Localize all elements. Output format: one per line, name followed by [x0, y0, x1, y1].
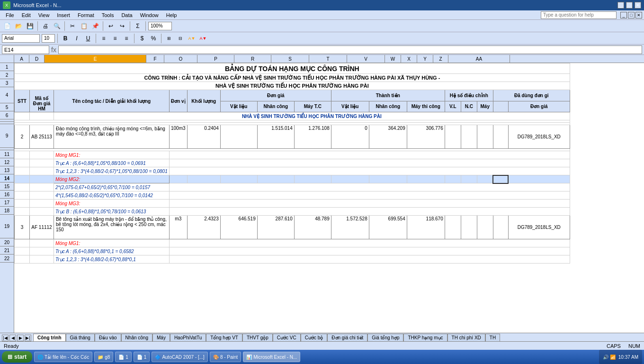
zoom-box[interactable]: 100% — [148, 22, 172, 30]
print-preview-button[interactable]: 🔍 — [52, 21, 62, 31]
row-19[interactable]: 19 — [0, 215, 14, 238]
tab-thchiphixd[interactable]: TH chi phí XD — [447, 334, 485, 341]
tab-thkphangmuc[interactable]: THKP hạng mục — [403, 334, 447, 341]
tab-dauvao[interactable]: Đầu vào — [95, 334, 121, 341]
tab-may[interactable]: Máy — [152, 334, 170, 341]
cell-22-ma[interactable] — [30, 255, 54, 264]
cell-9-heso-vl[interactable] — [445, 125, 461, 149]
row-5[interactable]: 5 — [0, 103, 14, 111]
tab-th[interactable]: TH — [485, 334, 500, 341]
cell-9-thanh-vl[interactable]: 0 — [331, 125, 369, 149]
minimize-button-2[interactable]: _ — [620, 12, 627, 18]
cell-11-ma[interactable] — [30, 151, 54, 159]
cell-18-stt[interactable] — [15, 208, 30, 216]
cell-19-stt[interactable]: 3 — [15, 216, 30, 239]
cell-9-heso-may[interactable] — [477, 125, 493, 149]
cell-19-ma[interactable]: AF 11112 — [30, 216, 54, 239]
align-center-button[interactable]: ≡ — [110, 33, 120, 44]
bold-button[interactable]: B — [60, 33, 71, 44]
cell-19-thanh-may[interactable]: 118.670 — [407, 216, 445, 239]
menu-data[interactable]: Data — [117, 11, 136, 19]
col-y[interactable]: Y — [417, 55, 433, 63]
taskbar-autocad[interactable]: 🔷 AutoCAD 2007 - [...] — [152, 352, 208, 362]
col-v[interactable]: V — [347, 55, 385, 63]
cell-11-stt[interactable] — [15, 151, 30, 159]
row-20[interactable]: 20 — [0, 238, 14, 246]
cell-12-ten[interactable]: Trục A : (6,6+0,88)*1,05*0,88/100 = 0,06… — [54, 159, 169, 167]
cell-14-may[interactable] — [294, 175, 331, 183]
cell-16-stt[interactable] — [15, 191, 30, 200]
taskbar-coccoc[interactable]: 🌐 Tải file lên - Cốc Cốc — [34, 352, 92, 362]
col-d[interactable]: D — [29, 55, 45, 63]
col-s[interactable]: S — [271, 55, 309, 63]
redo-button[interactable]: ↪ — [117, 21, 127, 31]
menu-view[interactable]: View — [35, 11, 54, 19]
cell-subtitle1[interactable]: CÔNG TRÌNH : CẢI TẠO VÀ NÂNG CẤP NHÀ VỆ … — [15, 74, 570, 82]
cell-6-stt[interactable] — [15, 112, 30, 120]
undo-button[interactable]: ↩ — [106, 21, 116, 31]
cell-14-tnc[interactable] — [369, 175, 407, 183]
cell-19-vatlieu[interactable]: 646.519 — [220, 216, 257, 239]
formula-input[interactable] — [58, 46, 642, 54]
copy-button[interactable]: 📋 — [79, 21, 89, 31]
cell-17-ten[interactable]: Móng MG3: — [54, 200, 169, 208]
grid-area[interactable]: BẢNG DỰ TOÁN HẠNG MỤC CÔNG TRÌNH CÔNG TR… — [14, 63, 644, 333]
tab-congtrinh[interactable]: Công trình — [33, 334, 66, 341]
cell-15-stt[interactable] — [15, 183, 30, 191]
row-18[interactable]: 18 — [0, 207, 14, 215]
cell-19-nhancong[interactable]: 287.610 — [257, 216, 294, 239]
cell-12-ma[interactable] — [30, 159, 54, 167]
cell-14-tvl[interactable] — [331, 175, 369, 183]
col-x[interactable]: X — [401, 55, 417, 63]
tab-thvtgop[interactable]: THVT gộp — [242, 334, 273, 341]
col-e[interactable]: E — [45, 55, 146, 63]
currency-button[interactable]: $ — [137, 33, 147, 44]
taskbar-doc1[interactable]: 📄 1 — [115, 352, 132, 362]
merge-button[interactable]: ⊞ — [164, 33, 174, 44]
cell-9-heso-nc[interactable] — [461, 125, 477, 149]
paste-button[interactable]: 📌 — [90, 21, 100, 31]
cell-15-ten[interactable]: 2*(2,075-0,67+0,65/2)*0,65*0,7/100 = 0,0… — [54, 183, 169, 191]
cell-20-stt[interactable] — [15, 239, 30, 247]
start-button[interactable]: ⊞ start — [2, 351, 32, 363]
row-4[interactable]: 4 — [0, 87, 14, 103]
col-z[interactable]: Z — [433, 55, 448, 63]
menu-help[interactable]: Help — [162, 11, 181, 19]
cell-19-heso-nc[interactable] — [461, 216, 477, 239]
cell-13-ma[interactable] — [30, 167, 54, 175]
col-w[interactable]: W — [385, 55, 401, 63]
cell-14-ma[interactable] — [30, 175, 54, 183]
cell-9-ma[interactable]: AB 25113 — [30, 125, 54, 149]
menu-format[interactable]: Format — [74, 11, 98, 19]
tab-giatonghop[interactable]: Giá tổng hợp — [367, 334, 403, 341]
autosum-button[interactable]: Σ — [133, 21, 143, 31]
taskbar-excel[interactable]: 📊 Microsoft Excel - N... — [243, 352, 300, 362]
save-button[interactable]: 💾 — [25, 21, 35, 31]
tab-next-button[interactable]: ▶ — [17, 335, 24, 341]
col-p[interactable]: P — [197, 55, 234, 63]
cell-9-stt[interactable]: 2 — [15, 125, 30, 149]
cell-6-ma[interactable] — [30, 112, 54, 120]
taskbar-paint[interactable]: 🎨 8 - Paint — [210, 352, 241, 362]
cell-13-ten[interactable]: Trục 1,2,3 : 3*(4-0,88/2-0,67)*1,05*0,88… — [54, 167, 169, 175]
cell-14-hnc[interactable] — [461, 175, 477, 183]
cell-19-maytc[interactable]: 48.789 — [294, 216, 331, 239]
italic-button[interactable]: I — [72, 33, 82, 44]
cell-14-nc[interactable] — [257, 175, 294, 183]
cell-19-kl[interactable]: 2.4323 — [187, 216, 220, 239]
row-2[interactable]: 2 — [0, 71, 14, 79]
row-9[interactable]: 9 — [0, 124, 14, 148]
tab-tonghop[interactable]: Tổng hợp VT — [206, 334, 242, 341]
taskbar-doc2[interactable]: 📄 1 — [134, 352, 150, 362]
row-1[interactable]: 1 — [0, 63, 14, 71]
cell-16-ma[interactable] — [30, 191, 54, 200]
cell-9-nhancong[interactable]: 1.515.014 — [257, 125, 294, 149]
cell-17-ma[interactable] — [30, 200, 54, 208]
row-3[interactable]: 3 — [0, 79, 14, 87]
cell-22-stt[interactable] — [15, 255, 30, 264]
cell-9-kl[interactable]: 0.2404 — [187, 125, 220, 149]
cell-19-thanh-vl[interactable]: 1.572.528 — [331, 216, 369, 239]
tab-cuocbo[interactable]: Cước bộ — [301, 334, 328, 341]
tab-haoPhiVatTu[interactable]: HaoPhiVatTu — [170, 334, 206, 341]
col-t[interactable]: T — [309, 55, 347, 63]
